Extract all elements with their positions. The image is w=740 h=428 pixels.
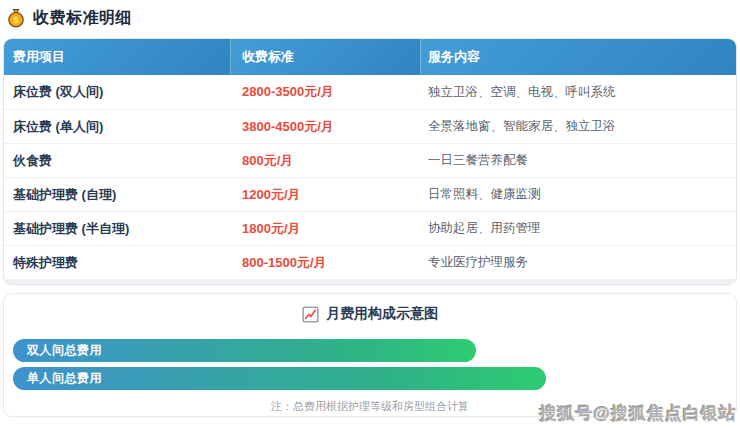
fee-price-cell: 1200元/月 — [231, 178, 421, 211]
table-row: 伙食费800元/月一日三餐营养配餐 — [4, 143, 736, 177]
fee-table-header: 费用项目 收费标准 服务内容 — [4, 39, 736, 75]
watermark: 搜狐号@搜狐焦点白银站 — [539, 402, 737, 425]
total-fee-bar: 单人间总费用 — [13, 367, 546, 390]
fee-service-cell: 独立卫浴、空调、电视、呼叫系统 — [421, 75, 736, 109]
column-header-service-content: 服务内容 — [421, 39, 736, 75]
chart-title: 月费用构成示意图 — [326, 305, 438, 323]
fee-price-cell: 800-1500元/月 — [231, 246, 421, 279]
fee-service-cell: 专业医疗护理服务 — [421, 246, 736, 279]
fee-price-cell: 2800-3500元/月 — [231, 75, 421, 109]
total-fee-bar: 双人间总费用 — [13, 339, 476, 362]
fee-service-cell: 日常照料、健康监测 — [421, 178, 736, 211]
fee-item-cell: 床位费 (双人间) — [4, 75, 231, 109]
fee-table: 费用项目 收费标准 服务内容 床位费 (双人间)2800-3500元/月独立卫浴… — [3, 38, 737, 285]
monthly-fee-chart-card: 月费用构成示意图 双人间总费用单人间总费用 注：总费用根据护理等级和房型组合计算 — [3, 293, 737, 417]
bar-label: 单人间总费用 — [27, 370, 102, 387]
table-row: 床位费 (双人间)2800-3500元/月独立卫浴、空调、电视、呼叫系统 — [4, 75, 736, 109]
fee-item-cell: 特殊护理费 — [4, 246, 231, 279]
page-header: $ 收费标准明细 — [0, 0, 740, 30]
fee-table-footer-strip — [4, 279, 736, 284]
bar-label: 双人间总费用 — [27, 342, 102, 359]
fee-item-cell: 床位费 (单人间) — [4, 110, 231, 143]
table-row: 基础护理费 (半自理)1800元/月协助起居、用药管理 — [4, 211, 736, 245]
fee-service-cell: 一日三餐营养配餐 — [421, 144, 736, 177]
page-title: 收费标准明细 — [33, 8, 132, 29]
fee-service-cell: 协助起居、用药管理 — [421, 212, 736, 245]
fee-service-cell: 全景落地窗、智能家居、独立卫浴 — [421, 110, 736, 143]
column-header-fee-item: 费用项目 — [4, 39, 231, 75]
fee-item-cell: 基础护理费 (半自理) — [4, 212, 231, 245]
column-header-fee-standard: 收费标准 — [231, 39, 421, 75]
fee-price-cell: 1800元/月 — [231, 212, 421, 245]
fee-item-cell: 伙食费 — [4, 144, 231, 177]
fee-item-cell: 基础护理费 (自理) — [4, 178, 231, 211]
fee-price-cell: 800元/月 — [231, 144, 421, 177]
table-row: 特殊护理费800-1500元/月专业医疗护理服务 — [4, 245, 736, 279]
svg-text:$: $ — [13, 14, 19, 25]
bar-group: 双人间总费用单人间总费用 — [4, 324, 736, 390]
money-bag-icon: $ — [6, 8, 26, 28]
line-chart-icon — [302, 306, 319, 323]
table-row: 床位费 (单人间)3800-4500元/月全景落地窗、智能家居、独立卫浴 — [4, 109, 736, 143]
chart-title-row: 月费用构成示意图 — [4, 294, 736, 324]
table-row: 基础护理费 (自理)1200元/月日常照料、健康监测 — [4, 177, 736, 211]
fee-table-body: 床位费 (双人间)2800-3500元/月独立卫浴、空调、电视、呼叫系统床位费 … — [4, 75, 736, 279]
fee-price-cell: 3800-4500元/月 — [231, 110, 421, 143]
